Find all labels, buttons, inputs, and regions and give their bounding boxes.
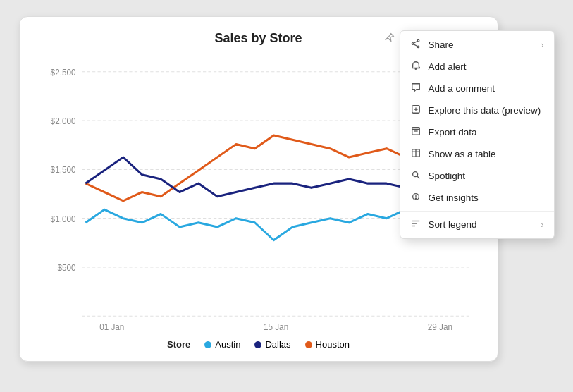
- sort-legend-arrow: ›: [541, 220, 544, 230]
- add-alert-icon: [410, 61, 421, 73]
- legend-dot-dallas: [254, 341, 261, 348]
- menu-label-explore: Explore this data (preview): [429, 105, 541, 116]
- menu-separator: [400, 211, 554, 212]
- menu-item-sort-legend[interactable]: Sort legend ›: [400, 214, 554, 235]
- svg-text:$1,500: $1,500: [50, 164, 75, 175]
- legend-label-austin: Austin: [215, 339, 240, 350]
- chart-title: Sales by Store: [214, 31, 302, 46]
- table-icon: [410, 148, 421, 160]
- menu-label-insights: Get insights: [429, 192, 479, 203]
- context-menu: Share › Add alert Add a comment: [400, 30, 555, 239]
- menu-item-spotlight[interactable]: Spotlight: [400, 165, 554, 187]
- legend-store-label: Store: [167, 339, 190, 350]
- svg-text:29 Jan: 29 Jan: [427, 321, 452, 332]
- menu-item-show-table[interactable]: Show as a table: [400, 143, 554, 165]
- svg-point-25: [417, 46, 419, 48]
- legend-item-dallas: Dallas: [254, 339, 290, 350]
- menu-label-show-table: Show as a table: [429, 149, 496, 159]
- legend-item-houston: Houston: [305, 339, 350, 350]
- add-comment-icon: [410, 82, 421, 94]
- share-arrow: ›: [541, 40, 544, 50]
- svg-text:15 Jan: 15 Jan: [263, 321, 288, 332]
- svg-line-27: [413, 44, 417, 47]
- svg-point-24: [412, 43, 414, 45]
- legend-label-houston: Houston: [316, 339, 350, 350]
- svg-text:01 Jan: 01 Jan: [99, 321, 124, 332]
- menu-label-export: Export data: [429, 127, 477, 137]
- menu-label-add-comment: Add a comment: [429, 83, 495, 94]
- svg-line-34: [417, 176, 419, 179]
- menu-item-insights[interactable]: Get insights: [400, 187, 554, 209]
- menu-label-spotlight: Spotlight: [429, 171, 466, 181]
- sort-icon: [410, 219, 421, 231]
- svg-text:$1,000: $1,000: [50, 213, 75, 224]
- svg-text:$500: $500: [57, 262, 75, 273]
- svg-point-33: [412, 172, 417, 177]
- legend-item-austin: Austin: [204, 339, 240, 350]
- legend-dot-houston: [305, 341, 312, 348]
- pin-button[interactable]: [383, 31, 396, 44]
- menu-label-sort-legend: Sort legend: [429, 219, 477, 230]
- svg-point-23: [417, 39, 419, 42]
- export-icon: [410, 126, 421, 138]
- svg-point-37: [415, 198, 416, 199]
- chart-legend: Store Austin Dallas Houston: [37, 339, 481, 350]
- menu-item-add-comment[interactable]: Add a comment: [400, 78, 554, 99]
- menu-item-add-alert[interactable]: Add alert: [400, 56, 554, 78]
- share-icon: [410, 39, 421, 51]
- explore-icon: [410, 104, 421, 116]
- menu-label-share: Share: [429, 39, 454, 50]
- insights-icon: [410, 192, 421, 204]
- menu-item-share[interactable]: Share ›: [400, 34, 554, 56]
- menu-item-explore[interactable]: Explore this data (preview): [400, 99, 554, 121]
- legend-dot-austin: [204, 341, 211, 348]
- menu-label-add-alert: Add alert: [429, 61, 467, 72]
- svg-line-26: [413, 42, 417, 44]
- svg-text:$2,000: $2,000: [50, 115, 75, 126]
- legend-label-dallas: Dallas: [265, 339, 290, 350]
- menu-item-export[interactable]: Export data: [400, 121, 554, 143]
- svg-text:$2,500: $2,500: [50, 66, 75, 78]
- spotlight-icon: [410, 170, 421, 182]
